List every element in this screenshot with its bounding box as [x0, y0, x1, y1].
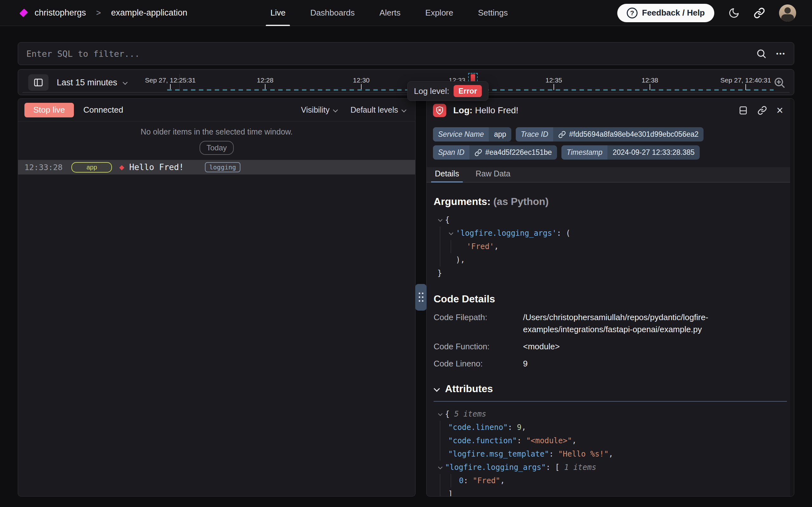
tab-raw-data[interactable]: Raw Data [474, 169, 512, 182]
split-panel-icon[interactable] [738, 106, 748, 115]
tick-label: 12:28 [257, 76, 274, 84]
logfire-logo-icon[interactable] [19, 9, 28, 17]
tab-dashboards[interactable]: Dashboards [310, 0, 355, 26]
stop-live-button[interactable]: Stop live [24, 103, 74, 117]
code-token: { [445, 213, 449, 227]
timeline-zoom-button[interactable] [770, 74, 788, 91]
collapse-chevron-icon[interactable] [437, 461, 445, 474]
code-function-label: Code Function: [434, 340, 523, 352]
code-token: : [549, 447, 558, 461]
code-token: "<module>" [526, 434, 572, 447]
user-avatar[interactable] [779, 4, 796, 21]
code-token: 1 items [560, 461, 596, 474]
tab-details[interactable]: Details [434, 169, 460, 182]
breadcrumb-separator: > [96, 8, 101, 18]
collapse-chevron-icon[interactable] [437, 407, 445, 421]
pill-value: #ea4d5f226ec151be [470, 145, 557, 160]
code-token: ] [448, 487, 453, 497]
empty-state: No older items in the selected time wind… [18, 121, 415, 155]
timeline-baseline [22, 92, 790, 93]
error-level-badge: Error [453, 85, 482, 97]
detail-body: Arguments: (as Python) {'logfire.logging… [427, 196, 794, 497]
collapse-chevron-icon[interactable] [434, 386, 440, 392]
live-feed-panel: Stop live Connected Visibility Default l… [18, 98, 416, 497]
code-token [451, 474, 459, 487]
code-line: 'logfire.logging_args': ( [437, 227, 787, 240]
feedback-help-button[interactable]: ? Feedback / Help [617, 4, 714, 22]
service-name-pill: Service Name app [433, 127, 511, 142]
code-token [440, 253, 448, 267]
logging-tag-badge[interactable]: logging [205, 162, 240, 172]
visibility-dropdown[interactable]: Visibility [301, 105, 338, 115]
arguments-code-block: {'logfire.logging_args': ('Fred',),} [434, 213, 787, 280]
timestamp-pill: Timestamp 2024-09-27 12:33:28.385 [561, 145, 700, 160]
time-range-dropdown[interactable]: Last 15 minutes [57, 69, 127, 96]
search-icon[interactable] [756, 48, 767, 59]
code-token: , [500, 474, 505, 487]
default-levels-label: Default levels [351, 105, 398, 115]
top-nav: christophergs > example-application Live… [0, 0, 812, 26]
detail-badges: Service Name app Trace ID #fdd5694a8fa98… [427, 122, 728, 160]
close-icon[interactable]: × [776, 106, 783, 115]
tab-live[interactable]: Live [270, 0, 286, 26]
arguments-heading-text: Arguments: [434, 196, 491, 207]
sql-filter-bar[interactable]: Enter SQL to filter... ••• [18, 42, 794, 65]
sidebar-toggle-button[interactable] [28, 74, 49, 91]
code-token: , [494, 240, 499, 253]
panel-resize-handle[interactable] [415, 284, 427, 311]
tab-explore[interactable]: Explore [425, 0, 453, 26]
breadcrumb-project[interactable]: example-application [111, 8, 187, 18]
pill-label: Trace ID [516, 127, 553, 142]
code-line: ] [437, 487, 787, 497]
collapse-chevron-icon[interactable] [437, 213, 445, 227]
logfire-live-view: { "nav": { "breadcrumb": { "org": "chris… [0, 0, 812, 507]
collapse-chevron-icon[interactable] [448, 227, 456, 240]
dark-mode-toggle[interactable] [728, 7, 740, 19]
scrollbar[interactable] [790, 99, 794, 496]
code-token: : [508, 421, 517, 434]
link-icon[interactable] [475, 149, 482, 156]
detail-title-text: Hello Fred! [475, 105, 518, 115]
pill-label: Timestamp [561, 145, 608, 160]
live-feed-header: Stop live Connected Visibility Default l… [18, 99, 415, 121]
time-range-bar: Last 15 minutes Sep 27, 12:25:31 12:28 1… [18, 69, 794, 95]
code-token [440, 487, 448, 497]
code-details-heading: Code Details [434, 293, 787, 305]
sql-filter-input[interactable]: Enter SQL to filter... [26, 49, 756, 59]
code-line: { [437, 213, 787, 227]
tab-alerts[interactable]: Alerts [379, 0, 400, 26]
tick-label: 12:35 [546, 76, 562, 84]
link-icon [754, 7, 765, 19]
attributes-heading-text: Attributes [445, 383, 493, 395]
moon-icon [728, 7, 740, 19]
trace-id-pill: Trace ID #fdd5694a8fa98eb4e301d99ebc056e… [516, 127, 704, 142]
code-token: 0 [459, 474, 463, 487]
copy-link-icon[interactable] [757, 106, 767, 115]
link-icon[interactable] [558, 131, 566, 138]
share-link-button[interactable] [754, 7, 765, 19]
chevron-down-icon [401, 108, 406, 113]
span-id-value[interactable]: #ea4d5f226ec151be [485, 148, 552, 157]
tick-label: Sep 27, 12:25:31 [145, 76, 196, 84]
log-message: Hello Fred! [129, 162, 184, 172]
detail-header: Log: Hello Fred! × [427, 99, 794, 122]
code-token [440, 474, 448, 487]
log-row[interactable]: 12:33:28 app ◆ Hello Fred! logging [18, 160, 415, 174]
more-options-icon[interactable]: ••• [776, 50, 786, 57]
pill-value: 2024-09-27 12:33:28.385 [608, 145, 699, 160]
breadcrumb-org[interactable]: christophergs [35, 8, 86, 18]
code-token: , [609, 447, 613, 461]
tab-settings[interactable]: Settings [478, 0, 508, 26]
divider [434, 401, 787, 402]
tick-label: 12:38 [642, 76, 659, 84]
code-line: { 5 items [437, 407, 787, 421]
service-badge[interactable]: app [71, 162, 112, 173]
code-details-rows: Code Filepath: /Users/christophersamiull… [434, 311, 787, 370]
code-line: 0: "Fred", [437, 474, 787, 487]
today-button[interactable]: Today [199, 141, 234, 155]
code-filepath-label: Code Filepath: [434, 311, 523, 335]
default-levels-dropdown[interactable]: Default levels [351, 105, 406, 115]
trace-id-value[interactable]: #fdd5694a8fa98eb4e301d99ebc056ea2 [569, 130, 698, 138]
code-token: : [517, 434, 526, 447]
sidebar-panel-icon [33, 77, 44, 88]
